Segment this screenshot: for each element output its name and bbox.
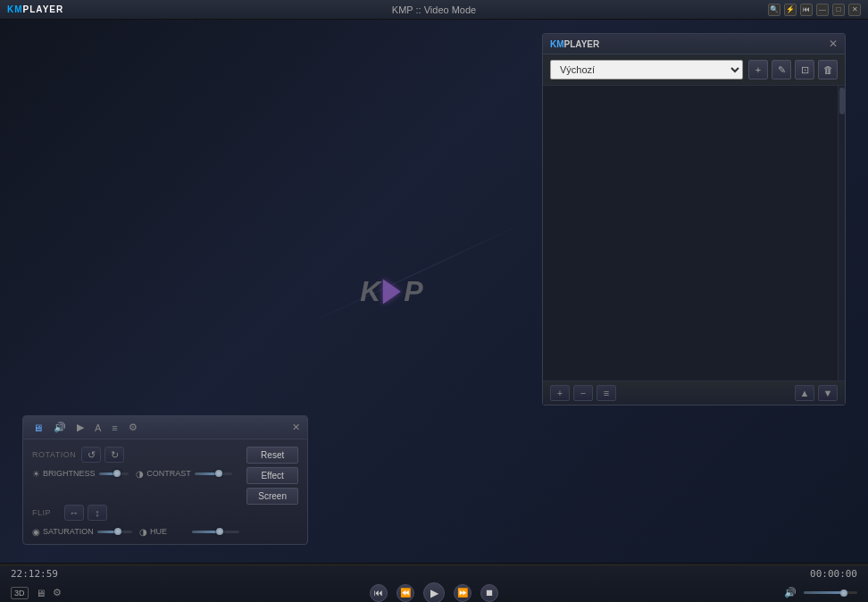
footer-up-btn[interactable]: ▲ — [795, 385, 814, 401]
hue-thumb[interactable] — [216, 528, 223, 535]
saturation-fill — [97, 531, 115, 533]
screen-button[interactable]: Screen — [246, 488, 298, 505]
copy-preset-btn[interactable]: ⊡ — [795, 60, 814, 79]
minimize-btn[interactable]: — — [816, 4, 829, 16]
flip-label: FLIP — [32, 508, 59, 517]
settings-icon[interactable]: ⚙ — [126, 420, 140, 435]
row-rotation-brightness: ROTATION ↺ ↻ ☀ BRIGHTNESS — [32, 447, 298, 505]
footer-down-btn[interactable]: ▼ — [818, 385, 838, 401]
volume-slider[interactable] — [804, 591, 857, 594]
controls-panel-icons: 🖥 🔊 ▶ A ≡ ⚙ — [30, 420, 140, 435]
controls-panel-titlebar: 🖥 🔊 ▶ A ≡ ⚙ ✕ — [23, 416, 307, 439]
logo-arrow — [382, 279, 400, 304]
rotation-label: ROTATION — [32, 450, 76, 459]
progress-bar-area[interactable] — [0, 564, 868, 564]
flip-v-btn[interactable]: ↕ — [88, 505, 107, 521]
hue-label: ◑ HUE — [139, 527, 188, 537]
hue-text: HUE — [150, 527, 167, 536]
contrast-text: CONTRAST — [146, 469, 191, 478]
contrast-label: ◑ CONTRAST — [136, 469, 191, 479]
volume-icon: 🔊 — [784, 587, 797, 598]
app-logo: KMPLAYER — [7, 4, 63, 14]
footer-list-btn[interactable]: ≡ — [597, 385, 616, 401]
delete-preset-btn[interactable]: 🗑 — [818, 60, 838, 79]
seek-fwd-btn[interactable]: ⏩ — [454, 584, 472, 602]
settings-gear-btn[interactable]: ⚙ — [53, 587, 62, 598]
saturation-track — [97, 531, 132, 533]
side-panel-preset-select[interactable]: Výchozí — [550, 60, 743, 79]
play-pause-btn[interactable]: ▶ — [423, 582, 445, 602]
close-btn[interactable]: ✕ — [848, 4, 861, 16]
rotate-left-btn[interactable]: ↺ — [81, 447, 101, 463]
rotate-buttons: ↺ ↻ — [81, 447, 124, 463]
contrast-slider[interactable] — [195, 468, 233, 479]
screen-icon[interactable]: 🖥 — [30, 421, 46, 435]
flip-h-btn[interactable]: ↔ — [64, 505, 84, 521]
side-panel-footer: + − ≡ ▲ ▼ — [543, 380, 845, 405]
list-icon[interactable]: ≡ — [109, 421, 120, 435]
hd-badge[interactable]: 3D — [11, 587, 29, 599]
text-icon[interactable]: A — [92, 421, 104, 435]
saturation-text: SATURATION — [43, 527, 94, 536]
contrast-thumb[interactable] — [215, 470, 222, 477]
brightness-slider[interactable] — [99, 468, 129, 479]
search-btn[interactable]: 🔍 — [768, 4, 780, 16]
logo-p: P — [404, 275, 421, 308]
seek-back-btn[interactable]: ⏪ — [396, 584, 414, 602]
brightness-thumb[interactable] — [113, 470, 121, 477]
play-icon[interactable]: ▶ — [74, 420, 87, 435]
side-panel-action-btns: + ✎ ⊡ 🗑 — [748, 60, 838, 79]
saturation-slider[interactable] — [97, 526, 132, 537]
scrollbar-thumb[interactable] — [839, 88, 845, 114]
kmp-center-logo: K P — [360, 275, 421, 308]
hue-icon: ◑ — [139, 527, 147, 537]
brightness-fill — [99, 472, 114, 475]
total-duration: 00:00:00 — [810, 568, 857, 580]
controls-body: ROTATION ↺ ↻ ☀ BRIGHTNESS — [23, 439, 307, 544]
prev-track-btn[interactable]: ⏮ — [370, 584, 388, 602]
volume-controls: 🔊 — [784, 587, 857, 598]
video-area: K P 🖥 🔊 ▶ A ≡ ⚙ ✕ ROTATION — [0, 20, 868, 563]
prev-btn[interactable]: ⏮ — [800, 4, 813, 16]
side-logo-km: KM — [550, 39, 564, 49]
add-preset-btn[interactable]: + — [748, 60, 768, 79]
col-hue: ◑ HUE — [139, 505, 239, 537]
controls-panel-close[interactable]: ✕ — [292, 422, 300, 433]
stop-btn[interactable]: ⏹ — [480, 584, 498, 602]
side-panel: KMPLAYER ✕ Výchozí + ✎ ⊡ 🗑 + − ≡ — [542, 33, 846, 406]
logo-k: K — [360, 275, 379, 308]
flash-btn[interactable]: ⚡ — [784, 4, 797, 16]
reset-button[interactable]: Reset — [246, 447, 298, 464]
footer-add-btn[interactable]: + — [550, 385, 570, 401]
side-panel-scrollbar[interactable] — [838, 86, 845, 380]
maximize-btn[interactable]: □ — [832, 4, 845, 16]
screen-mode-btn[interactable]: 🖥 — [36, 588, 46, 598]
progress-track[interactable] — [0, 564, 868, 566]
rotation-row: ROTATION ↺ ↻ — [32, 447, 129, 463]
side-panel-close-btn[interactable]: ✕ — [829, 38, 838, 50]
audio-icon[interactable]: 🔊 — [51, 420, 69, 435]
status-top-row: 22:12:59 00:00:00 — [0, 564, 868, 583]
footer-remove-btn[interactable]: − — [573, 385, 593, 401]
spacer — [136, 447, 232, 468]
rotate-right-btn[interactable]: ↻ — [104, 447, 124, 463]
title-bar: KMPLAYER KMP :: Video Mode 🔍 ⚡ ⏮ — □ ✕ — [0, 0, 868, 20]
volume-fill — [804, 591, 844, 594]
brightness-row: ☀ BRIGHTNESS — [32, 468, 129, 479]
saturation-thumb[interactable] — [114, 528, 121, 535]
footer-nav-btns: ▲ ▼ — [795, 385, 838, 401]
volume-thumb[interactable] — [840, 589, 847, 597]
side-logo-rest: PLAYER — [564, 39, 600, 49]
status-bar: 22:12:59 00:00:00 3D 🖥 ⚙ ⏮ ⏪ ▶ ⏩ ⏹ 🔊 — [0, 563, 868, 602]
edit-preset-btn[interactable]: ✎ — [772, 60, 791, 79]
window-title: KMP :: Video Mode — [392, 4, 476, 15]
spacer2 — [139, 505, 239, 526]
effect-button[interactable]: Effect — [246, 467, 298, 484]
side-panel-logo: KMPLAYER — [550, 39, 599, 49]
col-contrast: ◑ CONTRAST — [136, 447, 232, 484]
contrast-fill — [195, 472, 215, 475]
contrast-icon: ◑ — [136, 469, 144, 479]
current-time: 22:12:59 — [11, 568, 58, 580]
hue-slider[interactable] — [192, 526, 239, 537]
col-rotation-brightness: ROTATION ↺ ↻ ☀ BRIGHTNESS — [32, 447, 129, 484]
